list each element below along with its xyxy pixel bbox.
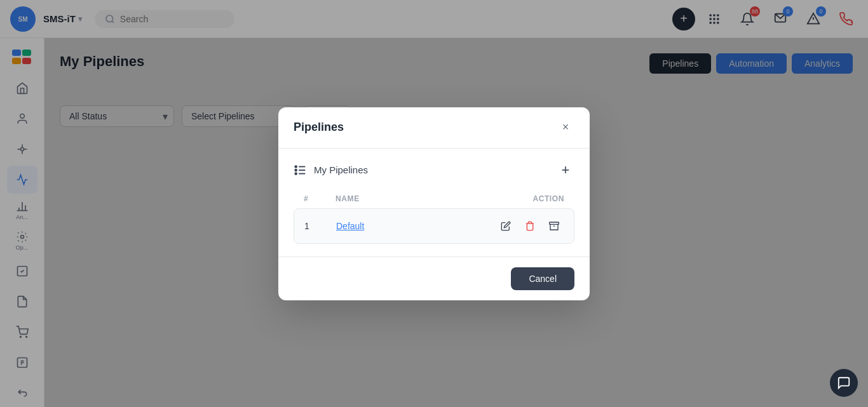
table-header: # NAME ACTION [294, 189, 574, 208]
col-num-header: # [304, 194, 336, 203]
modal-close-button[interactable]: × [557, 119, 574, 137]
modal-overlay[interactable]: Pipelines × My Pipelines + # NAME ACTION [0, 0, 868, 407]
pipeline-number: 1 [304, 221, 336, 231]
col-action-header: ACTION [488, 194, 564, 203]
list-check-icon [294, 163, 308, 177]
pipeline-row: 1 Default [294, 208, 574, 244]
chat-icon [837, 376, 851, 390]
modal-body: My Pipelines + # NAME ACTION 1 Default [278, 149, 590, 257]
col-name-header: NAME [336, 194, 488, 203]
chat-bubble-button[interactable] [830, 369, 858, 397]
modal-pipelines-header: My Pipelines + [294, 161, 574, 179]
pipeline-name-link[interactable]: Default [336, 221, 487, 231]
cancel-button[interactable]: Cancel [511, 267, 574, 290]
edit-icon [501, 221, 511, 231]
archive-pipeline-button[interactable] [545, 217, 564, 236]
modal-header: Pipelines × [278, 107, 590, 149]
modal-title: Pipelines [294, 121, 344, 134]
svg-point-42 [295, 166, 297, 168]
trash-icon [525, 221, 535, 231]
svg-point-43 [295, 169, 297, 171]
pipelines-modal: Pipelines × My Pipelines + # NAME ACTION [278, 107, 590, 300]
svg-point-44 [295, 173, 297, 175]
delete-pipeline-button[interactable] [520, 217, 539, 236]
modal-pipelines-title: My Pipelines [314, 164, 550, 175]
pipeline-action-buttons [487, 217, 564, 236]
edit-pipeline-button[interactable] [496, 217, 515, 236]
modal-footer: Cancel [278, 257, 590, 300]
svg-rect-45 [550, 222, 559, 224]
archive-icon [549, 221, 559, 231]
add-pipeline-button[interactable]: + [557, 161, 574, 179]
